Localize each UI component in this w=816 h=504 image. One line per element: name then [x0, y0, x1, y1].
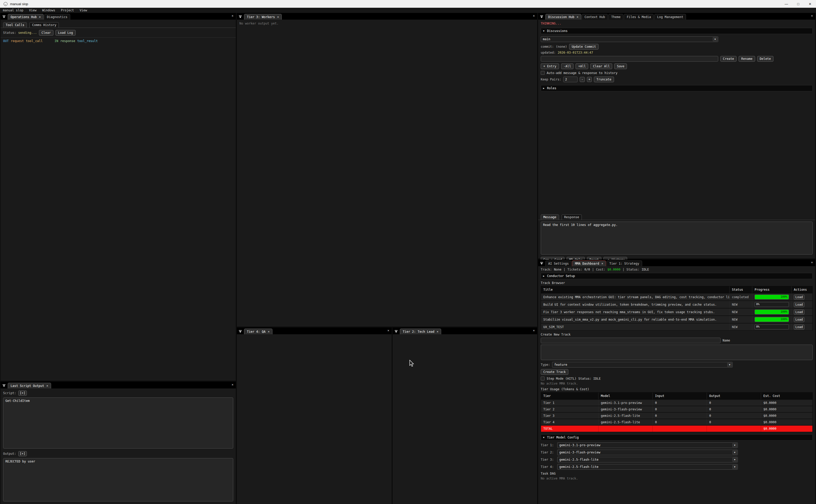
tab-discussion-hub[interactable]: Discussion Hub ✕ — [545, 14, 581, 20]
track-name-input[interactable] — [541, 338, 721, 343]
create-track-button[interactable]: Create Track — [541, 369, 568, 375]
tab-theme[interactable]: Theme — [608, 14, 623, 20]
dock-menu-icon[interactable] — [393, 329, 399, 334]
step-mode-checkbox[interactable] — [541, 377, 545, 380]
minimize-button[interactable]: — — [780, 0, 792, 8]
save-button[interactable]: Save — [614, 63, 627, 69]
dock-menu-icon[interactable] — [538, 14, 545, 20]
menu-manual-slop[interactable]: manual slop — [0, 9, 26, 12]
tab-tier2-tech-lead[interactable]: Tier 2: Tech Lead ✕ — [400, 329, 441, 334]
subtab-comms-history[interactable]: Comms History — [29, 22, 59, 28]
usage-cost: $0.0000 — [761, 419, 812, 425]
legend-request: request — [11, 39, 24, 43]
script-expand-button[interactable]: [+] — [18, 391, 27, 396]
dock-menu-icon[interactable] — [237, 329, 244, 334]
tier2-model-select[interactable]: gemini-3-flash-preview ▼ — [557, 450, 738, 455]
close-panel-icon[interactable]: ✕ — [232, 14, 233, 18]
keep-pairs-input[interactable]: 2 — [563, 77, 578, 82]
usage-output: 0 — [707, 413, 761, 419]
message-textarea[interactable]: Read the first 10 lines of aggregate.py. — [541, 222, 813, 255]
progress-bar: 0% — [755, 302, 789, 307]
close-panel-icon[interactable]: ✕ — [811, 261, 813, 264]
load-track-button[interactable]: Load — [794, 310, 804, 315]
clear-all-button[interactable]: Clear All — [590, 63, 612, 69]
dock-menu-icon[interactable] — [538, 261, 545, 266]
discussion-name-input[interactable] — [541, 56, 718, 62]
tier4-model-select[interactable]: gemini-2.5-flash-lite ▼ — [557, 464, 738, 470]
roles-section-header[interactable]: ▶ Roles — [541, 85, 813, 91]
tier-model-config-header[interactable]: ▼ Tier Model Config — [541, 434, 813, 441]
dock-menu-icon[interactable] — [1, 14, 7, 20]
load-track-button[interactable]: Load — [794, 324, 804, 330]
menu-project[interactable]: Project — [58, 9, 77, 12]
tab-mma-dashboard[interactable]: MMA Dashboard ✕ — [572, 261, 606, 266]
create-button[interactable]: Create — [720, 56, 737, 62]
rename-button[interactable]: Rename — [739, 56, 755, 62]
menu-view-1[interactable]: View — [26, 9, 39, 12]
usage-tier: Tier 4 — [541, 419, 598, 425]
plus-all-button[interactable]: +All — [576, 63, 588, 69]
legend-out: OUT — [3, 39, 9, 43]
tab-last-script-output[interactable]: Last Script Output ✕ — [8, 383, 51, 388]
track-label: Track: — [541, 268, 552, 271]
track-type-select[interactable]: feature ▼ — [552, 362, 733, 368]
close-tab-icon[interactable]: ✕ — [437, 330, 439, 333]
caret-right-icon: ▶ — [543, 87, 544, 90]
tier3-model-select[interactable]: gemini-2.5-flash-lite ▼ — [557, 457, 738, 462]
dock-menu-icon[interactable] — [237, 14, 244, 20]
dock-menu-icon[interactable] — [1, 383, 7, 388]
load-track-button[interactable]: Load — [794, 295, 804, 300]
tab-label: Log Management — [657, 15, 683, 19]
close-panel-icon[interactable]: ✕ — [232, 383, 233, 386]
close-panel-icon[interactable]: ✕ — [533, 329, 535, 332]
close-tab-icon[interactable]: ✕ — [268, 330, 270, 333]
close-tab-icon[interactable]: ✕ — [601, 262, 603, 265]
tab-tier3-workers[interactable]: Tier 3: Workers ✕ — [244, 14, 282, 20]
load-log-button[interactable]: Load Log — [55, 30, 76, 36]
total-label: TOTAL — [541, 426, 598, 432]
usage-row: Tier 2 gemini-3-flash-preview 0 0 $0.000… — [541, 406, 812, 412]
output-expand-button[interactable]: [+] — [18, 451, 27, 456]
delete-button[interactable]: Delete — [757, 56, 773, 62]
subtab-tool-calls[interactable]: Tool Calls — [3, 22, 27, 28]
conductor-setup-header[interactable]: ▶ Conductor Setup — [541, 273, 813, 279]
script-textarea[interactable]: Get-ChildItem — [3, 397, 233, 449]
close-tab-icon[interactable]: ✕ — [277, 15, 279, 19]
tab-ai-settings[interactable]: AI Settings — [545, 261, 571, 266]
discussion-select[interactable]: main ▼ — [541, 36, 718, 42]
tab-operations-hub[interactable]: Operations Hub ✕ — [8, 14, 44, 20]
close-panel-icon[interactable]: ✕ — [811, 14, 813, 18]
tab-message[interactable]: Message — [541, 214, 559, 220]
close-panel-icon[interactable]: ✕ — [387, 329, 389, 332]
close-button[interactable]: ✕ — [804, 0, 816, 8]
tier1-model-select[interactable]: gemini-3.1-pro-preview ▼ — [557, 442, 738, 448]
autoadd-checkbox[interactable] — [541, 71, 545, 75]
tab-diagnostics[interactable]: Diagnostics — [44, 14, 70, 20]
load-track-button[interactable]: Load — [794, 302, 804, 307]
keep-pairs-decrement-button[interactable]: - — [580, 77, 585, 82]
close-panel-icon[interactable]: ✕ — [533, 14, 535, 18]
tab-response[interactable]: Response — [562, 214, 582, 220]
tab-tier4-qa[interactable]: Tier 4: QA ✕ — [244, 329, 272, 334]
output-textarea[interactable]: REJECTED by user — [3, 458, 233, 501]
maximize-button[interactable]: □ — [792, 0, 804, 8]
track-description-textarea[interactable] — [541, 345, 813, 360]
update-commit-button[interactable]: Update Commit — [569, 44, 599, 50]
tab-tier1-strategy[interactable]: Tier 1: Strategy — [607, 261, 642, 266]
close-tab-icon[interactable]: ✕ — [577, 15, 578, 19]
tab-files-media[interactable]: Files & Media — [624, 14, 654, 20]
clear-button[interactable]: Clear — [39, 30, 53, 36]
tab-context-hub[interactable]: Context Hub — [582, 14, 608, 20]
minus-all-button[interactable]: -All — [561, 63, 574, 69]
close-tab-icon[interactable]: ✕ — [46, 384, 48, 387]
keep-pairs-increment-button[interactable]: + — [587, 77, 592, 82]
menu-windows[interactable]: Windows — [39, 9, 58, 12]
add-entry-button[interactable]: + Entry — [541, 63, 559, 69]
truncate-button[interactable]: Truncate — [594, 77, 614, 82]
menu-view-2[interactable]: View — [77, 9, 90, 12]
close-tab-icon[interactable]: ✕ — [39, 15, 41, 19]
chevron-down-icon: ▼ — [732, 443, 737, 447]
load-track-button[interactable]: Load — [794, 317, 804, 322]
tab-log-management[interactable]: Log Management — [654, 14, 686, 20]
discussions-section-header[interactable]: ▼ Discussions — [541, 28, 813, 34]
